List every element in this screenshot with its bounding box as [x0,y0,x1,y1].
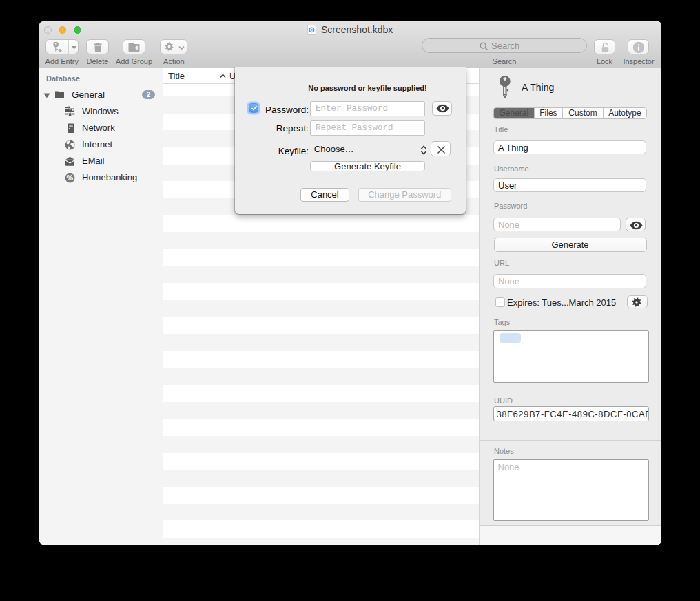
svg-text:%: % [67,173,74,182]
